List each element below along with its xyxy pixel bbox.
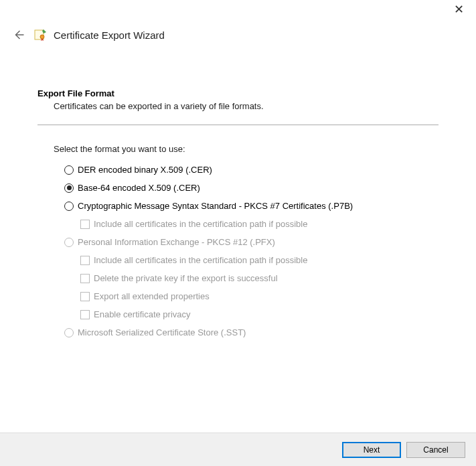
radio-icon [64,183,74,193]
checkbox-icon [80,220,90,229]
next-button[interactable]: Next [342,442,401,458]
certificate-icon [33,28,47,42]
radio-pkcs7[interactable]: Cryptographic Message Syntax Standard - … [64,201,439,211]
radio-label: Cryptographic Message Syntax Standard - … [78,201,353,211]
checkbox-label: Enable certificate privacy [94,309,191,319]
radio-label: Base-64 encoded X.509 (.CER) [78,183,200,193]
radio-icon [64,165,74,175]
wizard-title: Certificate Export Wizard [54,29,165,41]
checkbox-icon [80,256,90,265]
format-prompt: Select the format you want to use: [37,144,439,154]
radio-base64[interactable]: Base-64 encoded X.509 (.CER) [64,183,439,193]
checkbox-label: Include all certificates in the certific… [94,255,307,265]
section-desc: Certificates can be exported in a variet… [37,101,439,111]
radio-label: Microsoft Serialized Certificate Store (… [78,327,246,337]
wizard-footer: Next Cancel [0,433,476,466]
check-pkcs7-include: Include all certificates in the certific… [80,219,439,229]
close-icon[interactable]: ✕ [447,3,471,16]
svg-point-1 [40,35,44,39]
button-label: Cancel [423,445,448,455]
checkbox-icon [80,274,90,283]
title-bar: ✕ [0,0,476,23]
format-radio-group: DER encoded binary X.509 (.CER) Base-64 … [37,165,439,337]
checkbox-label: Export all extended properties [94,291,210,301]
radio-sst: Microsoft Serialized Certificate Store (… [64,327,439,337]
radio-icon [64,238,74,247]
section-title: Export File Format [37,88,439,98]
checkbox-icon [80,292,90,301]
radio-der[interactable]: DER encoded binary X.509 (.CER) [64,165,439,175]
checkbox-label: Include all certificates in the certific… [94,219,307,229]
wizard-header: Certificate Export Wizard [0,23,476,43]
checkbox-label: Delete the private key if the export is … [94,273,278,283]
radio-label: Personal Information Exchange - PKCS #12… [78,237,275,247]
check-pfx-ext: Export all extended properties [80,291,439,301]
back-arrow-icon[interactable] [11,27,27,43]
wizard-content: Export File Format Certificates can be e… [0,43,476,337]
button-label: Next [364,445,380,455]
radio-icon [64,328,74,337]
radio-label: DER encoded binary X.509 (.CER) [78,165,212,175]
check-pfx-privacy: Enable certificate privacy [80,309,439,319]
check-pfx-include: Include all certificates in the certific… [80,255,439,265]
cancel-button[interactable]: Cancel [406,442,465,458]
checkbox-icon [80,310,90,319]
radio-pfx: Personal Information Exchange - PKCS #12… [64,237,439,247]
divider [37,125,439,125]
check-pfx-delete: Delete the private key if the export is … [80,273,439,283]
radio-icon [64,202,74,211]
